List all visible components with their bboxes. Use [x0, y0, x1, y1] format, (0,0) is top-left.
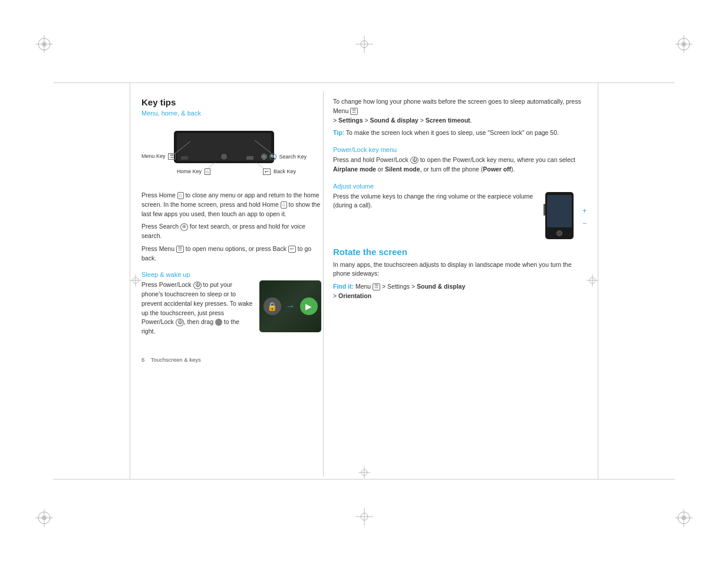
intro-text: To change how long your phone waits befo…	[333, 97, 587, 125]
tip-label: Tip:	[333, 129, 344, 136]
top-crosshair	[355, 35, 373, 54]
corner-mark-tr	[657, 35, 693, 71]
phone-diagram: Menu Key ☰ 🔍 Search Key Home Key ⌂	[141, 124, 307, 183]
unlock-icon-circle: ▶	[300, 297, 318, 315]
sleep-section-content: 🔒 → ▶ Press Power/Lock ⏻ to put your pho…	[141, 280, 321, 340]
adjust-volume-title: Adjust volume	[333, 183, 587, 190]
power-lock-text: Press and hold Power/Lock ⏻ to open the …	[333, 156, 587, 174]
search-key-label: 🔍 Search Key	[269, 153, 307, 160]
back-key-line	[256, 163, 265, 170]
rotate-title: Rotate the screen	[333, 247, 587, 257]
section-title: Key tips	[141, 97, 321, 107]
sleep-section-title: Sleep & wake up	[141, 271, 321, 278]
drag-circle	[215, 319, 222, 326]
power-icon: ⏻	[193, 282, 202, 289]
find-menu-icon: ☰	[373, 283, 380, 290]
right-mid-crosshair	[587, 275, 598, 287]
power-lock-title: Power/Lock key menu	[333, 146, 587, 153]
home-key-label: Home Key ⌂	[177, 168, 210, 174]
corner-mark-tl	[35, 35, 71, 71]
menu-key-label: Menu Key ☰	[141, 153, 176, 159]
svg-line-33	[207, 163, 215, 168]
corner-mark-br	[657, 491, 693, 527]
svg-line-31	[174, 141, 190, 154]
paragraph-search: Press Search ⊕ for text search, or press…	[141, 222, 321, 241]
page-container: Key tips Menu, home, & back Menu Key ☰	[0, 0, 728, 562]
slide-arrow: →	[286, 301, 295, 312]
corner-mark-bl	[35, 491, 71, 527]
volume-phone-body	[545, 192, 574, 239]
rotate-text: In many apps, the touchscreen adjusts to…	[333, 260, 587, 279]
phone-menu-btn	[181, 156, 188, 160]
home-icon2: ⌂	[281, 201, 287, 209]
paragraph-home: Press Home ⌂ to close any menu or app an…	[141, 191, 321, 219]
left-column: Key tips Menu, home, & back Menu Key ☰	[141, 97, 321, 363]
page-footer-left: 6 Touchscreen & keys	[141, 356, 321, 363]
right-column: To change how long your phone waits befo…	[333, 97, 587, 301]
bottom-crosshair	[355, 508, 373, 527]
phone-home-btn	[221, 154, 227, 160]
adjust-volume-content: +− Press the volume keys to change the r…	[333, 192, 587, 242]
sleep-image-bg: 🔒 → ▶	[259, 280, 321, 332]
volume-phone-image: +−	[545, 192, 587, 242]
phone-back-btn	[246, 156, 253, 160]
search-key-line	[255, 140, 272, 155]
top-border-line	[53, 82, 675, 83]
find-it-text: Find it: Menu ☰ > Settings > Sound & dis…	[333, 282, 587, 301]
search-icon: ⊕	[180, 223, 188, 230]
bottom-line-crosshair	[358, 467, 370, 480]
center-divider	[323, 91, 324, 477]
power-icon2: ⏻	[176, 319, 184, 326]
menu-key-line	[174, 141, 192, 156]
svg-line-34	[256, 163, 264, 168]
menu-icon-right: ☰	[350, 108, 358, 115]
power-lock-icon: ⏻	[410, 157, 419, 164]
volume-side-button	[543, 204, 545, 216]
volume-home-btn	[556, 230, 562, 236]
home-key-line	[207, 163, 216, 170]
volume-arrows: +−	[582, 205, 587, 230]
paragraph-menu-back: Press Menu ☰ to open menu options, or pr…	[141, 244, 321, 263]
svg-line-32	[255, 140, 271, 153]
menu-icon: ☰	[176, 246, 184, 253]
tip-text: Tip: To make the screen lock when it goe…	[333, 128, 587, 138]
rotate-section: Rotate the screen In many apps, the touc…	[333, 247, 587, 301]
back-key-label: ↩ Back Key	[263, 168, 296, 174]
section-subtitle: Menu, home, & back	[141, 110, 321, 117]
lock-icon-circle: 🔒	[263, 297, 281, 315]
volume-phone-screen	[547, 195, 572, 227]
back-icon: ↩	[288, 246, 296, 253]
home-icon: ⌂	[177, 192, 184, 199]
find-label: Find it:	[333, 283, 354, 290]
sleep-image: 🔒 → ▶	[259, 280, 321, 332]
left-mid-crosshair	[130, 275, 141, 287]
